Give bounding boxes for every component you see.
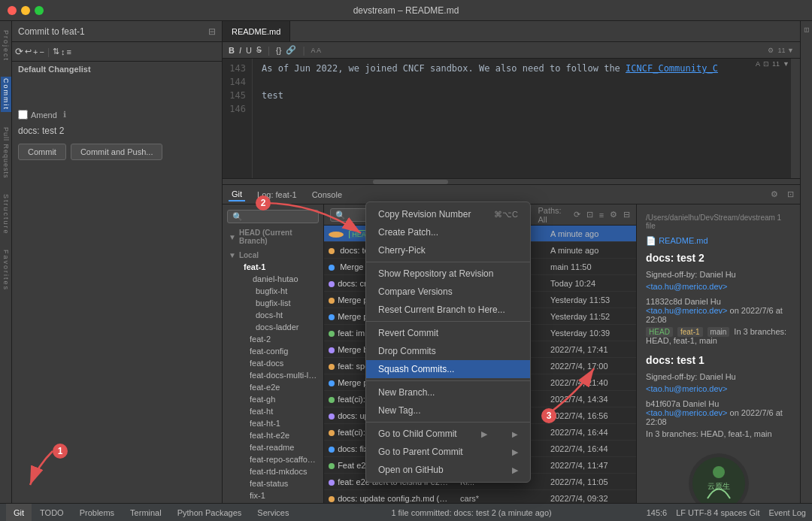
branch-docs-ht[interactable]: docs-ht (229, 309, 323, 321)
new-tag-menu-item[interactable]: New Tag... (366, 401, 530, 420)
compare-versions-menu-item[interactable]: Compare Versions (366, 283, 530, 301)
branch-search-input[interactable] (227, 210, 319, 223)
status-tabs: Git TODO Problems Terminal Python Packag… (6, 504, 297, 522)
branch-docs-ladder[interactable]: docs-ladder (229, 321, 323, 333)
move-icon[interactable]: ⇅ (53, 47, 59, 56)
drop-commits-menu-item[interactable]: Drop Commits (366, 342, 530, 360)
maximize-icon[interactable]: ⊡ (787, 189, 794, 199)
commit-date-1: A minute ago (546, 246, 636, 255)
amend-checkbox[interactable] (18, 110, 28, 120)
log-feat1-tab[interactable]: Log: feat-1 (254, 189, 300, 201)
local-header[interactable]: ▼ Local (223, 250, 323, 261)
branch-feat-status[interactable]: feat-status (229, 477, 323, 489)
status-bar-right: 145:6 LF UTF-8 4 spaces Git Event Log (647, 508, 806, 517)
commit-panel-expand[interactable]: ⊟ (208, 26, 216, 37)
editor-scrollbar[interactable] (791, 59, 800, 178)
commit-row-16[interactable]: docs: update config.zh.md (#803)cars*202… (324, 490, 636, 503)
commit-date-10: 2022/7/4, 14:34 (546, 395, 636, 404)
git-status-tab[interactable]: Git (6, 504, 32, 522)
settings-icon[interactable]: ⚙ (768, 47, 774, 54)
branch-daniel-hutao[interactable]: daniel-hutao (229, 273, 323, 285)
go-to-parent-commit-menu-item[interactable]: Go to Parent Commit ▶ (366, 443, 530, 461)
console-tab[interactable]: Console (309, 189, 345, 201)
python-tab[interactable]: Python Packages (170, 504, 250, 522)
add-icon[interactable]: + (33, 47, 38, 56)
commit-date-16: 2022/7/4, 09:32 (546, 494, 636, 503)
notifications-icon[interactable]: ⊟ (803, 27, 810, 34)
create-patch-menu-item[interactable]: Create Patch... (366, 223, 530, 241)
event-log-btn[interactable]: Event Log (768, 508, 806, 517)
link-icon[interactable]: 🔗 (286, 45, 296, 55)
show-repository-menu-item[interactable]: Show Repository at Revision (366, 265, 530, 283)
editor-hscrollbar[interactable] (223, 179, 800, 185)
log-settings2-icon[interactable]: ⚙ (610, 210, 617, 220)
cherry-pick-menu-item[interactable]: Cherry-Pick (366, 241, 530, 259)
remove-icon[interactable]: − (39, 47, 44, 56)
editor-line-145: test (262, 89, 791, 102)
branch-feat-readme[interactable]: feat-readme (229, 441, 323, 453)
new-branch-menu-item[interactable]: New Branch... (366, 383, 530, 401)
branch-feat-ht-1[interactable]: feat-ht-1 (229, 417, 323, 429)
log-refresh-icon[interactable]: ⟳ (574, 210, 580, 220)
commit-date-14: 2022/7/4, 11:47 (546, 461, 636, 470)
commit-panel: Commit to feat-1 ⊟ ⟳ ↩ + − | ⇅ ↕ ≡ Defau… (12, 21, 223, 503)
branch-feat-docs-multi[interactable]: feat-docs-multi-lang (229, 369, 323, 381)
branch-feat-e2e[interactable]: feat-e2e (229, 381, 323, 393)
strikethrough-icon[interactable]: S̶ (256, 45, 262, 55)
squash-commits-menu-item[interactable]: Squash Commits... (366, 360, 530, 378)
open-github-menu-item[interactable]: Open on GitHub ▶ (366, 461, 530, 479)
filter-icon[interactable]: ≡ (67, 47, 71, 56)
favorites-tab[interactable]: Favorites (2, 250, 10, 291)
readme-tab[interactable]: README.md (223, 21, 290, 41)
refresh-icon[interactable]: ⟳ (15, 46, 23, 57)
log-filter-icon[interactable]: ≡ (599, 211, 604, 220)
structure-tab[interactable]: Structure (2, 194, 10, 235)
branch-fix-1[interactable]: fix-1 (229, 489, 323, 501)
revert-commit-menu-item[interactable]: Revert Commit (366, 324, 530, 342)
branch-feat-config[interactable]: feat-config (229, 345, 323, 357)
code-icon[interactable]: {} (276, 46, 281, 55)
sort-icon[interactable]: ↕ (61, 47, 65, 56)
branch-feat-ht-e2e[interactable]: feat-ht-e2e (229, 429, 323, 441)
commit-button[interactable]: Commit (18, 144, 66, 160)
rollback-icon[interactable]: ↩ (25, 47, 32, 56)
pull-requests-tab[interactable]: Pull Requests (2, 127, 10, 179)
menu-divider-1 (366, 262, 530, 262)
branch-bugfix-list[interactable]: bugfix-list (229, 297, 323, 309)
go-to-child-commit-menu-item[interactable]: Go to Child Commit ▶ (366, 425, 530, 443)
close-button[interactable] (8, 6, 17, 15)
logo-image: 云原生 (692, 457, 745, 503)
log-maximize-icon[interactable]: ⊟ (623, 210, 630, 220)
todo-tab[interactable]: TODO (32, 504, 71, 522)
branch-feat-1[interactable]: feat-1 (229, 261, 323, 273)
services-tab[interactable]: Services (250, 504, 296, 522)
maximize-button[interactable] (35, 6, 44, 15)
branch-feat-ht[interactable]: feat-ht (229, 405, 323, 417)
bold-icon[interactable]: B (229, 46, 235, 55)
editor-content[interactable]: As of Jun 2022, we joined CNCF sandbox. … (253, 59, 800, 178)
log-expand-icon[interactable]: ⊡ (586, 210, 593, 220)
branch-feat-gh[interactable]: feat-gh (229, 393, 323, 405)
copy-revision-menu-item[interactable]: Copy Revision Number ⌘⌥C (366, 205, 530, 223)
child-arrow-icon: ▶ (481, 429, 487, 439)
problems-tab[interactable]: Problems (72, 504, 122, 522)
branch-feat-2[interactable]: feat-2 (229, 333, 323, 345)
commit-push-button[interactable]: Commit and Push... (71, 144, 163, 160)
commit-tab[interactable]: Commit (1, 77, 11, 112)
branch-feat-repo[interactable]: feat-repo-scaffolding (229, 453, 323, 465)
terminal-tab[interactable]: Terminal (123, 504, 169, 522)
branch-bugfix-ht[interactable]: bugfix-ht (229, 285, 323, 297)
settings-gear-icon[interactable]: ⚙ (771, 189, 778, 199)
head-header[interactable]: ▼ HEAD (Current Branch) (223, 227, 323, 247)
underline-icon[interactable]: U (246, 46, 252, 55)
reset-branch-menu-item[interactable]: Reset Current Branch to Here... (366, 301, 530, 319)
logo-circle: 云原生 (689, 453, 749, 503)
git-tab[interactable]: Git (229, 188, 245, 201)
italic-icon[interactable]: I (239, 46, 241, 55)
project-tab[interactable]: Project (2, 30, 10, 62)
detail-commit2-signed: Signed-off-by: Daniel Hu (646, 372, 791, 381)
branch-feat-docs[interactable]: feat-docs (229, 357, 323, 369)
minimize-button[interactable] (21, 6, 30, 15)
menu-divider-2 (366, 321, 530, 322)
branch-feat-rtd[interactable]: feat-rtd-mkdocs (229, 465, 323, 477)
